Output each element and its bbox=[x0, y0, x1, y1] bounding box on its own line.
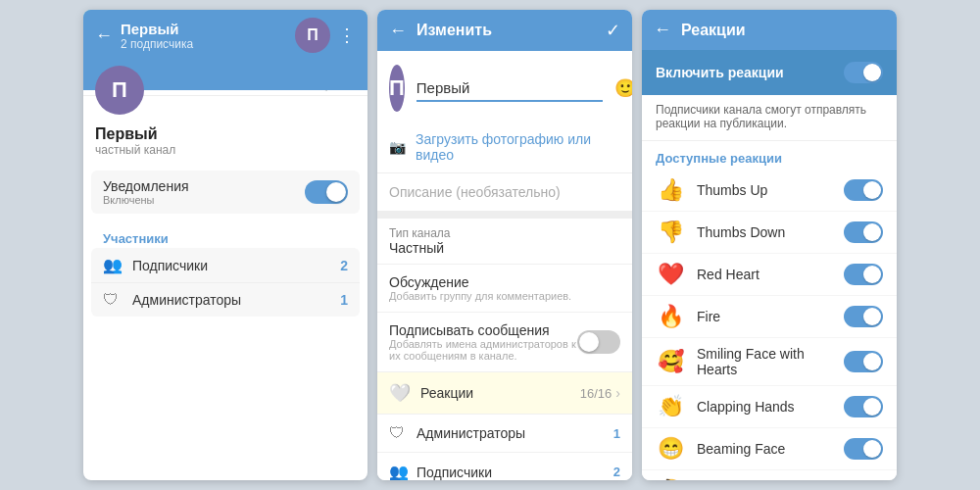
channel-name-input[interactable] bbox=[416, 75, 603, 102]
reaction-thumbs-up: 👍 Thumbs Up bbox=[642, 170, 897, 212]
thumbs-up-toggle[interactable] bbox=[844, 179, 883, 201]
admins-menu-label: Администраторы bbox=[416, 425, 613, 441]
reactions-icon: 🤍 bbox=[389, 382, 411, 404]
channel-type-field-label: Тип канала bbox=[389, 226, 620, 240]
panel-edit-channel: ← Изменить ✓ П 🙂 📷 Загрузить фотографию … bbox=[377, 10, 632, 480]
enable-reactions-toggle[interactable] bbox=[844, 62, 883, 83]
admins-count: 1 bbox=[340, 292, 348, 308]
discussion-label: Обсуждение bbox=[389, 274, 620, 290]
channel-type-field-value: Частный bbox=[389, 240, 620, 256]
notifications-status: Включены bbox=[103, 194, 305, 206]
discussion-row[interactable]: Обсуждение Добавить группу для комментар… bbox=[377, 265, 632, 313]
reaction-thumbs-down: 👎 Thumbs Down bbox=[642, 212, 897, 254]
thinking-face-icon: 🤔 bbox=[656, 478, 685, 480]
sign-label: Подписывать сообщения bbox=[389, 322, 577, 338]
panel1-subtitle: 2 подписчика bbox=[121, 37, 287, 51]
admins-label: Администраторы bbox=[132, 292, 340, 308]
subscribers-icon: 👥 bbox=[103, 256, 132, 274]
avatar-large: П bbox=[95, 66, 144, 115]
enable-reactions-label: Включить реакции bbox=[656, 65, 844, 80]
sign-sub: Добавлять имена администраторов к их соо… bbox=[389, 338, 577, 362]
reactions-chevron-icon: › bbox=[615, 385, 620, 401]
reactions-count: 16/16 bbox=[580, 386, 612, 401]
more-options-icon[interactable]: ⋮ bbox=[338, 24, 356, 46]
avatar-small: П bbox=[295, 18, 330, 53]
upload-icon: 📷 bbox=[389, 139, 406, 155]
sign-toggle[interactable] bbox=[577, 330, 620, 354]
admins-menu-icon: 🛡 bbox=[389, 424, 416, 442]
subscribers-row[interactable]: 👥 Подписчики 2 bbox=[91, 248, 360, 283]
panel2-title: Изменить bbox=[416, 22, 596, 39]
members-section-title: Участники bbox=[91, 225, 360, 248]
reaction-beaming-face: 😁 Beaming Face bbox=[642, 428, 897, 470]
thumbs-up-label: Thumbs Up bbox=[697, 182, 844, 198]
profile-area: П bbox=[83, 61, 368, 90]
header-title-block: Первый 2 подписчика bbox=[121, 21, 287, 51]
subscribers-label: Подписчики bbox=[132, 258, 340, 273]
panel1-title: Первый bbox=[121, 21, 287, 37]
clapping-hands-label: Clapping Hands bbox=[697, 399, 844, 415]
sign-messages-row: Подписывать сообщения Добавлять имена ад… bbox=[377, 313, 632, 372]
avatar-name-row: П 🙂 bbox=[377, 51, 632, 122]
upload-row[interactable]: 📷 Загрузить фотографию или видео bbox=[377, 122, 632, 173]
panel-channel-info: ← Первый 2 подписчика П ⋮ П ✏️ ⋮ Первый … bbox=[83, 10, 368, 480]
red-heart-icon: ❤️ bbox=[656, 262, 685, 287]
panel-reactions: ← Реакции Включить реакции Подписчики ка… bbox=[642, 10, 897, 480]
panel2-back-icon[interactable]: ← bbox=[389, 21, 407, 41]
panel3-back-icon[interactable]: ← bbox=[654, 20, 671, 40]
channel-type-row[interactable]: Тип канала Частный bbox=[377, 219, 632, 265]
description-placeholder[interactable]: Описание (необязательно) bbox=[389, 184, 561, 200]
reactions-label: Реакции bbox=[420, 385, 580, 401]
available-reactions-title: Доступные реакции bbox=[642, 141, 897, 170]
channel-type: частный канал bbox=[95, 143, 356, 157]
notifications-label: Уведомления bbox=[103, 178, 305, 194]
smiling-hearts-icon: 🥰 bbox=[656, 349, 685, 374]
subscribers-menu-icon: 👥 bbox=[389, 463, 416, 480]
beaming-face-icon: 😁 bbox=[656, 436, 685, 462]
channel-cover: ← Первый 2 подписчика П ⋮ П bbox=[83, 10, 368, 69]
emoji-picker-icon[interactable]: 🙂 bbox=[614, 77, 632, 99]
subscribers-menu-label: Подписчики bbox=[416, 465, 613, 480]
admins-menu-row[interactable]: 🛡 Администраторы 1 bbox=[377, 415, 632, 453]
reaction-clapping-hands: 👏 Clapping Hands bbox=[642, 386, 897, 428]
confirm-icon[interactable]: ✓ bbox=[606, 20, 620, 41]
back-icon[interactable]: ← bbox=[95, 25, 113, 46]
sign-label-block: Подписывать сообщения Добавлять имена ад… bbox=[389, 322, 577, 362]
thumbs-up-icon: 👍 bbox=[656, 177, 685, 203]
beaming-face-label: Beaming Face bbox=[697, 441, 844, 457]
subscribers-count: 2 bbox=[340, 258, 348, 273]
subscribers-menu-row[interactable]: 👥 Подписчики 2 bbox=[377, 453, 632, 480]
notifications-toggle[interactable] bbox=[305, 180, 348, 204]
edit-avatar[interactable]: П bbox=[389, 65, 405, 112]
thumbs-down-icon: 👎 bbox=[656, 220, 685, 245]
clapping-hands-icon: 👏 bbox=[656, 394, 685, 419]
panel3-title: Реакции bbox=[681, 22, 746, 39]
thumbs-down-label: Thumbs Down bbox=[697, 224, 844, 240]
smiling-hearts-toggle[interactable] bbox=[844, 351, 883, 372]
reactions-list: 👍 Thumbs Up 👎 Thumbs Down ❤️ Red Heart 🔥… bbox=[642, 170, 897, 480]
admins-row[interactable]: 🛡 Администраторы 1 bbox=[91, 283, 360, 317]
upload-label: Загрузить фотографию или видео bbox=[416, 131, 620, 163]
reaction-red-heart: ❤️ Red Heart bbox=[642, 254, 897, 296]
fire-icon: 🔥 bbox=[656, 304, 685, 329]
red-heart-label: Red Heart bbox=[697, 267, 844, 282]
reaction-thinking-face: 🤔 Thinking Face bbox=[642, 470, 897, 480]
enable-reactions-row: Включить реакции bbox=[642, 50, 897, 95]
red-heart-toggle[interactable] bbox=[844, 264, 883, 285]
channel-name: Первый bbox=[95, 125, 356, 143]
thumbs-down-toggle[interactable] bbox=[844, 221, 883, 243]
reactions-description: Подписчики канала смогут отправлять реак… bbox=[642, 95, 897, 141]
reaction-smiling-hearts: 🥰 Smiling Face with Hearts bbox=[642, 338, 897, 386]
beaming-face-toggle[interactable] bbox=[844, 438, 883, 460]
smiling-hearts-label: Smiling Face with Hearts bbox=[697, 346, 844, 377]
panel1-header-row: ← Первый 2 подписчика П ⋮ bbox=[83, 10, 368, 61]
reactions-row[interactable]: 🤍 Реакции 16/16 › bbox=[377, 372, 632, 415]
discussion-sub: Добавить группу для комментариев. bbox=[389, 290, 620, 302]
reaction-fire: 🔥 Fire bbox=[642, 296, 897, 338]
fire-toggle[interactable] bbox=[844, 306, 883, 327]
notifications-section: Уведомления Включены bbox=[91, 171, 360, 214]
clapping-hands-toggle[interactable] bbox=[844, 396, 883, 417]
panel2-header: ← Изменить ✓ bbox=[377, 10, 632, 51]
discussion-label-block: Обсуждение Добавить группу для комментар… bbox=[389, 274, 620, 302]
admins-menu-count: 1 bbox=[613, 426, 620, 441]
